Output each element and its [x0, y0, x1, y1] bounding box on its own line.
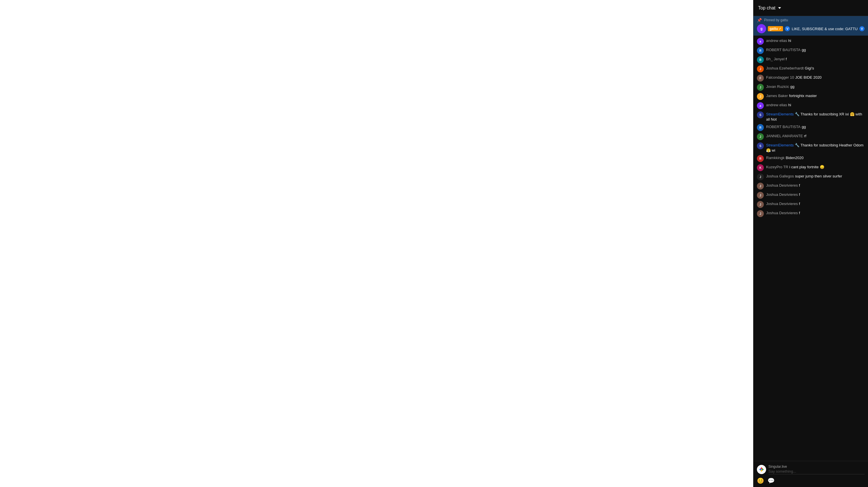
message-text: gg: [790, 84, 794, 89]
chat-message-row[interactable]: JJoshua Desrivieresf: [753, 200, 868, 209]
message-avatar: J: [757, 93, 764, 100]
chat-header-title[interactable]: Top chat: [758, 5, 781, 11]
message-author: ROBERT BAUTISTA: [766, 48, 801, 52]
chat-message-row[interactable]: JJoshua Desrivieresf: [753, 209, 868, 218]
chat-message-row[interactable]: JJoshua Gallegossuper jump then silver s…: [753, 172, 868, 181]
chat-actions-row: 😊 💬: [757, 476, 865, 485]
message-avatar: J: [757, 174, 764, 180]
chat-message-row[interactable]: SStreamElements 🔧Thanks for subscribing …: [753, 110, 868, 123]
message-text: gg: [802, 125, 806, 129]
message-avatar: a: [757, 102, 764, 109]
gattu-name: gattu: [770, 27, 778, 31]
message-author: Joshua Desrivieres: [766, 192, 798, 197]
message-avatar: J: [757, 133, 764, 140]
chat-message-row[interactable]: aandrew eliashi: [753, 101, 868, 110]
chevron-down-icon[interactable]: [778, 7, 781, 9]
chat-message-row[interactable]: KKuzeyPro TRi cant play fortnite 😞: [753, 163, 868, 172]
chat-messages-list[interactable]: aandrew eliashiRROBERT BAUTISTAggBBh_ Je…: [753, 36, 868, 461]
message-text: fortnightx master: [789, 94, 817, 98]
message-author: JANNIEL AMARANTE: [766, 134, 803, 138]
message-avatar: J: [757, 183, 764, 189]
message-content: StreamElements 🔧Thanks for subscribing X…: [766, 112, 865, 122]
message-text: super jump then silver surfer: [795, 174, 842, 178]
message-content: ROBERT BAUTISTAgg: [766, 47, 865, 52]
chat-message-row[interactable]: FFalcondagger 10JOE BIDE 2020: [753, 73, 868, 83]
message-content: andrew eliashi: [766, 102, 865, 108]
message-author: Joshua Desrivieres: [766, 211, 798, 215]
message-author: Joshua Desrivieres: [766, 183, 798, 187]
message-avatar: J: [757, 84, 764, 91]
chat-message-row[interactable]: JJames Bakerfortnightx master: [753, 92, 868, 101]
chat-message-row[interactable]: JJoshua EzeheberhardtGigi's: [753, 64, 868, 73]
chat-title-label: Top chat: [758, 5, 775, 11]
chat-message-row[interactable]: BBh_ Jenyelf: [753, 55, 868, 64]
verified-badge: V: [785, 26, 790, 31]
chat-message-row[interactable]: SStreamElements 🔧Thanks for subscribing …: [753, 141, 868, 154]
message-author: Bh_ Jenyel: [766, 57, 784, 61]
chat-message-row[interactable]: JJoshua Desrivieresf: [753, 191, 868, 200]
pinned-header-row: 📌 Pinned by gattu: [757, 18, 865, 22]
pinned-message-row: g gattu ✓ V LIKE, SUBSCRIBE & use code: …: [757, 24, 865, 33]
message-text: Gigi's: [805, 66, 814, 70]
message-avatar: R: [757, 124, 764, 131]
message-text: f: [799, 202, 800, 206]
message-text: i cant play fortnite 😞: [789, 165, 825, 169]
chat-message-row[interactable]: aandrew eliashi: [753, 37, 868, 46]
chat-message-row[interactable]: JJoshua Desrivieresf: [753, 181, 868, 191]
verified-icon-2: V: [861, 27, 863, 30]
chat-message-row[interactable]: JJANNIEL AMARANTErf: [753, 132, 868, 141]
message-text: Biden2020: [786, 156, 803, 160]
message-content: StreamElements 🔧Thanks for subscribing H…: [766, 143, 865, 153]
main-content: [0, 0, 753, 487]
message-avatar: R: [757, 155, 764, 162]
chat-input-area[interactable]: Singular.live Say something...: [768, 465, 865, 475]
chat-message-row[interactable]: RROBERT BAUTISTAgg: [753, 46, 868, 55]
singular-logo-icon: [758, 466, 765, 473]
chat-message-row[interactable]: RROBERT BAUTISTAgg: [753, 123, 868, 132]
message-avatar: K: [757, 164, 764, 171]
chat-account-name: Singular.live: [768, 465, 865, 468]
message-avatar: J: [757, 65, 764, 72]
chat-message-row[interactable]: JJovan Ruzicicgg: [753, 83, 868, 92]
message-author: StreamElements 🔧: [766, 112, 799, 116]
pin-icon: 📌: [757, 18, 762, 22]
message-text: f: [799, 211, 800, 215]
message-content: James Bakerfortnightx master: [766, 93, 865, 98]
message-text: f: [799, 192, 800, 197]
message-author: Joshua Gallegos: [766, 174, 794, 178]
message-text: hi: [788, 38, 791, 43]
message-avatar: J: [757, 192, 764, 199]
message-content: Joshua Desrivieresf: [766, 192, 865, 197]
message-content: Joshua Gallegossuper jump then silver su…: [766, 174, 865, 179]
message-author: KuzeyPro TR: [766, 165, 788, 169]
message-avatar: J: [757, 210, 764, 217]
message-author: Joshua Ezeheberhardt: [766, 66, 804, 70]
emoji-button[interactable]: 😊: [757, 477, 764, 484]
message-text: rf: [804, 134, 806, 138]
gattu-badge: gattu ✓: [768, 26, 783, 31]
chat-input-placeholder[interactable]: Say something...: [768, 469, 865, 475]
message-avatar: F: [757, 75, 764, 82]
pinned-message-text: LIKE, SUBSCRIBE & use code: GATTU: [792, 27, 858, 31]
message-text: f: [786, 57, 787, 61]
message-author: Joshua Desrivieres: [766, 202, 798, 206]
message-content: Joshua Desrivieresf: [766, 210, 865, 215]
message-text: hi: [788, 103, 791, 107]
message-avatar: S: [757, 112, 764, 118]
message-content: ROBERT BAUTISTAgg: [766, 124, 865, 129]
message-content: Falcondagger 10JOE BIDE 2020: [766, 75, 865, 80]
pinned-by-label: Pinned by gattu: [764, 18, 788, 22]
chat-icon-button[interactable]: 💬: [768, 477, 775, 484]
pinned-banner: 📌 Pinned by gattu g gattu ✓ V LIKE, SUBS…: [753, 16, 868, 36]
chat-message-row[interactable]: RRamkkingkBiden2020: [753, 154, 868, 163]
message-author: James Baker: [766, 94, 788, 98]
chat-input-row: Singular.live Say something...: [757, 463, 865, 476]
message-content: Jovan Ruzicicgg: [766, 84, 865, 89]
message-author: Ramkkingk: [766, 156, 784, 160]
message-content: Joshua EzeheberhardtGigi's: [766, 65, 865, 71]
message-avatar: a: [757, 38, 764, 45]
message-content: Bh_ Jenyelf: [766, 56, 865, 61]
message-author: StreamElements 🔧: [766, 143, 799, 147]
message-author: andrew elias: [766, 38, 787, 43]
message-author: Jovan Ruzicic: [766, 84, 789, 89]
